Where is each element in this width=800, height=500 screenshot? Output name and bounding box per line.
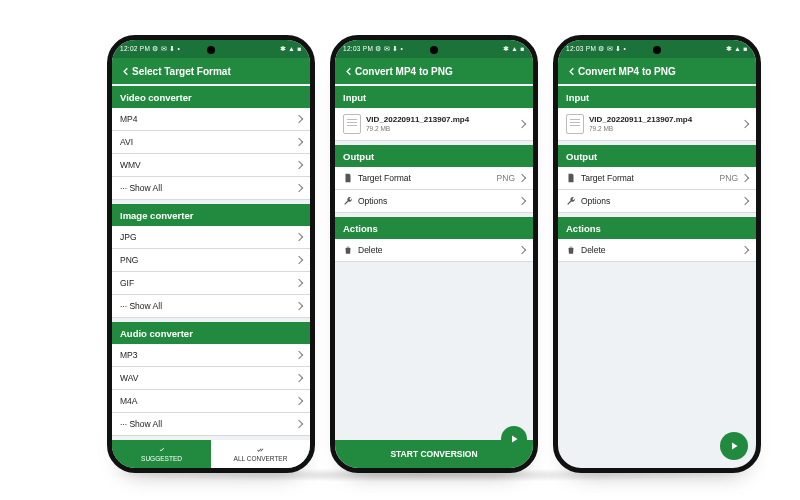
document-icon (343, 173, 353, 183)
phone-convert-b: 12:03 PM ⚙ ✉ ⬇ • ✱ ▲ ■ Convert MP4 to PN… (553, 35, 761, 473)
content-area: Input VID_20220911_213907.mp4 79.2 MB Ou… (558, 84, 756, 468)
input-file-row[interactable]: VID_20220911_213907.mp4 79.2 MB (558, 108, 756, 141)
phone-select-format: 12:02 PM ⚙ ✉ ⬇ • ✱ ▲ ■ Select Target For… (107, 35, 315, 473)
target-format-row[interactable]: Target Format PNG (335, 167, 533, 190)
camera-notch (430, 46, 438, 54)
play-icon (508, 433, 520, 445)
app-bar: Convert MP4 to PNG (558, 58, 756, 84)
page-title: Convert MP4 to PNG (355, 66, 453, 77)
phone-convert-a: 12:03 PM ⚙ ✉ ⬇ • ✱ ▲ ■ Convert MP4 to PN… (330, 35, 538, 473)
trash-icon (566, 245, 576, 255)
chevron-right-icon (741, 246, 749, 254)
format-row-gif[interactable]: GIF (112, 272, 310, 295)
chevron-right-icon (295, 420, 303, 428)
section-actions: Actions (558, 217, 756, 239)
chevron-right-icon (741, 174, 749, 182)
play-icon (728, 440, 740, 452)
ground-shadow (100, 468, 740, 482)
show-all-video[interactable]: ··· Show All (112, 177, 310, 200)
play-fab[interactable] (501, 426, 527, 452)
chevron-right-icon (518, 246, 526, 254)
chevron-right-icon (295, 279, 303, 287)
chevron-right-icon (295, 302, 303, 310)
section-audio: Audio converter (112, 322, 310, 344)
format-row-jpg[interactable]: JPG (112, 226, 310, 249)
file-name: VID_20220911_213907.mp4 (366, 116, 469, 125)
app-bar: Convert MP4 to PNG (335, 58, 533, 84)
back-button[interactable] (118, 66, 132, 77)
chevron-right-icon (295, 138, 303, 146)
trash-icon (343, 245, 353, 255)
show-all-audio[interactable]: ··· Show All (112, 413, 310, 436)
format-row-wav[interactable]: WAV (112, 367, 310, 390)
format-row-avi[interactable]: AVI (112, 131, 310, 154)
page-title: Convert MP4 to PNG (578, 66, 676, 77)
section-image: Image converter (112, 204, 310, 226)
chevron-right-icon (295, 115, 303, 123)
section-input: Input (558, 86, 756, 108)
chevron-right-icon (741, 120, 749, 128)
tab-all-converter[interactable]: ALL CONVERTER (211, 440, 310, 468)
show-all-image[interactable]: ··· Show All (112, 295, 310, 318)
chevron-right-icon (295, 256, 303, 264)
format-row-mp4[interactable]: MP4 (112, 108, 310, 131)
chevron-right-icon (518, 120, 526, 128)
document-icon (566, 173, 576, 183)
input-file-row[interactable]: VID_20220911_213907.mp4 79.2 MB (335, 108, 533, 141)
camera-notch (207, 46, 215, 54)
chevron-right-icon (518, 197, 526, 205)
file-name: VID_20220911_213907.mp4 (589, 116, 692, 125)
format-row-mp3[interactable]: MP3 (112, 344, 310, 367)
tab-suggested[interactable]: SUGGESTED (112, 440, 211, 468)
chevron-right-icon (518, 174, 526, 182)
check-icon (157, 446, 167, 454)
options-row[interactable]: Options (558, 190, 756, 213)
section-output: Output (335, 145, 533, 167)
delete-row[interactable]: Delete (558, 239, 756, 262)
bottom-tabs: SUGGESTED ALL CONVERTER (112, 440, 310, 468)
file-size: 79.2 MB (589, 125, 692, 132)
app-bar: Select Target Format (112, 58, 310, 84)
wrench-icon (566, 196, 576, 206)
section-input: Input (335, 86, 533, 108)
back-button[interactable] (341, 66, 355, 77)
format-row-m4a[interactable]: M4A (112, 390, 310, 413)
content-scroll[interactable]: Video converter MP4 AVI WMV ··· Show All… (112, 84, 310, 468)
play-fab[interactable] (720, 432, 748, 460)
chevron-right-icon (295, 184, 303, 192)
target-format-row[interactable]: Target Format PNG (558, 167, 756, 190)
section-actions: Actions (335, 217, 533, 239)
file-icon (343, 114, 361, 134)
file-icon (566, 114, 584, 134)
content-area: Input VID_20220911_213907.mp4 79.2 MB Ou… (335, 84, 533, 468)
page-title: Select Target Format (132, 66, 231, 77)
format-row-wmv[interactable]: WMV (112, 154, 310, 177)
options-row[interactable]: Options (335, 190, 533, 213)
back-button[interactable] (564, 66, 578, 77)
section-output: Output (558, 145, 756, 167)
start-conversion-bar[interactable]: START CONVERSION (335, 440, 533, 468)
chevron-right-icon (295, 161, 303, 169)
chevron-right-icon (741, 197, 749, 205)
chevron-right-icon (295, 233, 303, 241)
format-row-png[interactable]: PNG (112, 249, 310, 272)
chevron-right-icon (295, 351, 303, 359)
file-size: 79.2 MB (366, 125, 469, 132)
chevron-right-icon (295, 374, 303, 382)
camera-notch (653, 46, 661, 54)
check-all-icon (256, 446, 266, 454)
section-video: Video converter (112, 86, 310, 108)
delete-row[interactable]: Delete (335, 239, 533, 262)
wrench-icon (343, 196, 353, 206)
chevron-right-icon (295, 397, 303, 405)
